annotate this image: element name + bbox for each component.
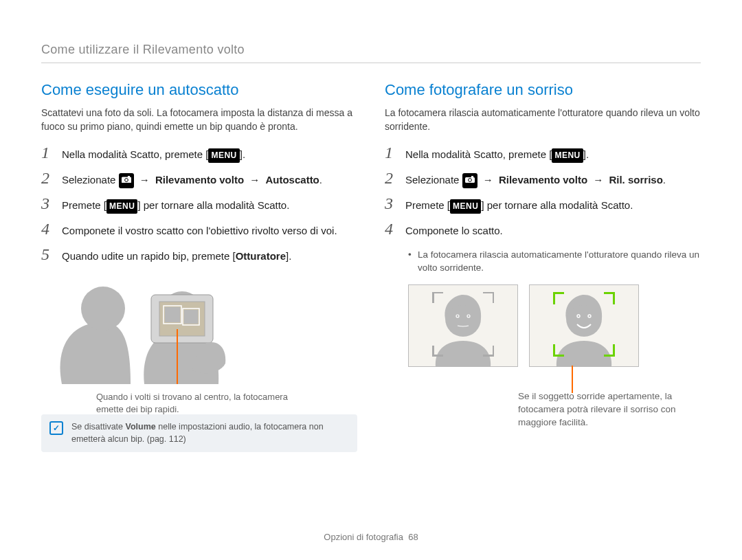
step-number: 1 <box>41 144 54 161</box>
face-frame-gray <box>432 292 494 357</box>
footer-page-number: 68 <box>408 532 418 542</box>
text: Premete [ <box>405 199 450 211</box>
info-box: ✓ Se disattivate Volume nelle impostazio… <box>41 414 357 452</box>
page-header: Come utilizzare il Rilevamento volto <box>41 41 701 63</box>
step-number: 5 <box>41 246 54 262</box>
text: Nella modalità Scatto, premete [ <box>405 148 552 160</box>
text: ] per tornare alla modalità Scatto. <box>481 199 633 211</box>
text: Selezionate <box>62 174 119 186</box>
text: Premete [ <box>62 199 106 211</box>
step-1: 1 Nella modalità Scatto, premete [MENU]. <box>385 144 701 163</box>
step-number: 2 <box>385 170 397 186</box>
face-frame-green <box>553 292 615 357</box>
step-number: 4 <box>385 221 397 237</box>
step-number: 3 <box>385 195 397 212</box>
selfie-graphic <box>41 274 289 384</box>
menu-icon: MENU <box>106 199 137 214</box>
text: Otturatore <box>236 250 286 262</box>
bullet-note: La fotocamera rilascia automaticamente l… <box>408 249 701 275</box>
illustration-smile: Se il soggetto sorride apertamente, la f… <box>385 284 701 429</box>
step-3: 3 Premete [MENU] per tornare alla modali… <box>41 195 357 214</box>
step-number: 3 <box>41 195 54 212</box>
section-title-autoscatto: Come eseguire un autoscatto <box>41 80 357 101</box>
step-text: Componete il vostro scatto con l'obietti… <box>62 223 357 239</box>
text: Autoscatto <box>265 174 319 186</box>
right-column: Come fotografare un sorriso La fotocamer… <box>385 80 701 452</box>
callout-smile: Se il soggetto sorride apertamente, la f… <box>518 390 683 429</box>
text: Volume <box>126 422 156 432</box>
text: Ril. sorriso <box>609 174 662 186</box>
step-1: 1 Nella modalità Scatto, premete [MENU]. <box>41 144 357 163</box>
step-text: Premete [MENU] per tornare alla modalità… <box>62 197 357 214</box>
text: Quando udite un rapido bip, premete [ <box>62 250 236 262</box>
step-3: 3 Premete [MENU] per tornare alla modali… <box>385 195 701 214</box>
text: Selezionate <box>405 174 462 186</box>
text: Se disattivate <box>71 422 126 432</box>
text: Rilevamento volto <box>499 174 587 186</box>
step-2: 2 Selezionate → Rilevamento volto → Auto… <box>41 170 357 188</box>
step-4: 4 Componete il vostro scatto con l'obiet… <box>41 221 357 239</box>
footer-label: Opzioni di fotografia <box>324 532 403 542</box>
menu-icon: MENU <box>208 148 239 163</box>
svg-rect-9 <box>184 310 198 324</box>
svg-rect-8 <box>165 307 180 322</box>
info-icon: ✓ <box>49 421 63 435</box>
intro-autoscatto: Scattatevi una foto da soli. La fotocame… <box>41 107 357 133</box>
arrow-icon: → <box>483 172 493 188</box>
step-5: 5 Quando udite un rapido bip, premete [O… <box>41 246 357 265</box>
steps-right: 1 Nella modalità Scatto, premete [MENU].… <box>385 144 701 239</box>
step-2: 2 Selezionate → Rilevamento volto → Ril.… <box>385 170 701 188</box>
step-number: 2 <box>41 170 54 186</box>
step-4: 4 Componete lo scatto. <box>385 221 701 239</box>
step-number: 4 <box>41 221 54 237</box>
intro-sorriso: La fotocamera rilascia automaticamente l… <box>385 107 701 133</box>
left-column: Come eseguire un autoscatto Scattatevi u… <box>41 80 357 452</box>
text: Nella modalità Scatto, premete [ <box>62 148 208 160</box>
step-text: Nella modalità Scatto, premete [MENU]. <box>405 146 701 163</box>
section-title-sorriso: Come fotografare un sorriso <box>385 80 701 101</box>
svg-rect-15 <box>471 176 473 177</box>
menu-icon: MENU <box>450 199 481 214</box>
menu-icon: MENU <box>552 148 583 163</box>
illustration-selfie: Quando i volti si trovano al centro, la … <box>41 274 357 405</box>
step-text: Componete lo scatto. <box>405 223 701 239</box>
text: ]. <box>286 250 291 262</box>
text: ]. <box>583 148 589 160</box>
arrow-icon: → <box>139 172 150 188</box>
step-text: Nella modalità Scatto, premete [MENU]. <box>62 146 357 163</box>
svg-rect-3 <box>128 176 130 177</box>
text: ] per tornare alla modalità Scatto. <box>137 199 289 211</box>
text: ]. <box>240 148 245 160</box>
info-text: Se disattivate Volume nelle impostazioni… <box>71 421 349 445</box>
step-text: Selezionate → Rilevamento volto → Ril. s… <box>405 172 701 188</box>
step-text: Quando udite un rapido bip, premete [Ott… <box>62 248 357 265</box>
thumb-neutral <box>408 284 518 367</box>
step-text: Premete [MENU] per tornare alla modalità… <box>405 197 701 214</box>
arrow-icon: → <box>593 172 603 188</box>
arrow-icon: → <box>249 172 260 188</box>
thumb-smile <box>529 284 639 367</box>
callout-selfie: Quando i volti si trovano al centro, la … <box>96 391 309 416</box>
camera-icon <box>462 173 477 188</box>
text: Rilevamento volto <box>155 174 244 186</box>
callout-line <box>572 366 573 393</box>
svg-point-4 <box>81 287 125 331</box>
steps-left: 1 Nella modalità Scatto, premete [MENU].… <box>41 144 357 265</box>
camera-icon <box>119 173 134 188</box>
step-number: 1 <box>385 144 397 161</box>
step-text: Selezionate → Rilevamento volto → Autosc… <box>62 172 357 188</box>
content-columns: Come eseguire un autoscatto Scattatevi u… <box>41 80 701 452</box>
page-footer: Opzioni di fotografia 68 <box>0 531 742 544</box>
